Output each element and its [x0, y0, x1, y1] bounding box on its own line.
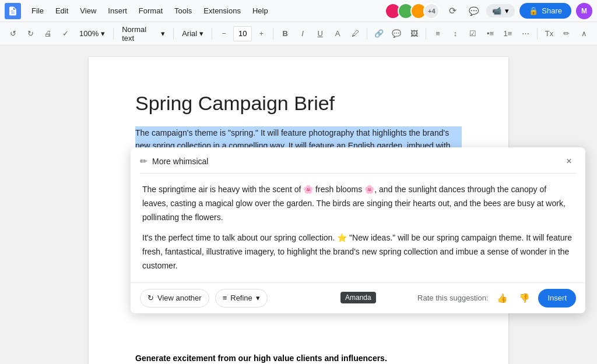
bullet-list-button[interactable]: •≡: [482, 26, 498, 42]
insert-button[interactable]: Insert: [538, 289, 576, 308]
zoom-dropdown[interactable]: 100% ▾: [75, 26, 110, 42]
history-button[interactable]: ⟳: [444, 3, 461, 19]
menu-help[interactable]: Help: [248, 4, 273, 17]
undo-button[interactable]: ↺: [5, 26, 21, 42]
comment-button[interactable]: 💬: [388, 26, 405, 42]
font-dropdown[interactable]: Arial ▾: [177, 26, 208, 42]
menu-extensions[interactable]: Extensions: [199, 4, 245, 17]
toolbar: ↺ ↻ 🖨 ✓ 100% ▾ Normal text ▾ Arial ▾ − +…: [0, 22, 597, 45]
font-chevron-icon: ▾: [199, 29, 203, 38]
collapse-toolbar-button[interactable]: ∧: [576, 26, 592, 42]
rate-label: Rate this suggestion:: [417, 294, 488, 302]
style-chevron-icon: ▾: [161, 29, 165, 38]
chat-button[interactable]: 💬: [465, 3, 482, 19]
clear-formatting-button[interactable]: Tx: [541, 26, 557, 42]
spellcheck-button[interactable]: ✓: [57, 26, 73, 42]
checklist-button[interactable]: ☑: [465, 26, 481, 42]
share-button[interactable]: 🔒 Share: [519, 3, 571, 19]
menu-tools[interactable]: Tools: [170, 4, 196, 17]
zoom-chevron-icon: ▾: [101, 29, 105, 38]
bottom-heading: Generate excitement from our high value …: [135, 354, 462, 363]
view-another-button[interactable]: ↻ View another: [140, 289, 209, 308]
font-size-input[interactable]: [233, 26, 252, 41]
video-call-button[interactable]: 📹 ▾: [486, 4, 515, 17]
suggestion-header: ✏ More whimsical ×: [131, 147, 585, 173]
image-button[interactable]: 🖼: [406, 26, 422, 42]
line-spacing-button[interactable]: ↕: [447, 26, 463, 42]
menu-edit[interactable]: Edit: [51, 4, 73, 17]
avatar-count: +4: [423, 3, 440, 19]
amanda-tooltip: Amanda: [340, 292, 376, 303]
suggestion-paragraph-2: It's the perfect time to talk about our …: [142, 231, 574, 273]
font-size-increase[interactable]: +: [253, 26, 269, 42]
menu-insert[interactable]: Insert: [103, 4, 132, 17]
text-color-button[interactable]: A: [329, 26, 346, 42]
document-area: Spring Campaign Brief The campaign's the…: [0, 45, 597, 364]
document-page: Spring Campaign Brief The campaign's the…: [89, 57, 508, 364]
docs-logo: [5, 3, 21, 19]
document-bottom: Generate excitement from our high value …: [135, 354, 462, 364]
refine-button[interactable]: ≡ Refine ▾: [215, 289, 268, 308]
font-size-decrease[interactable]: −: [216, 26, 232, 42]
text-style-dropdown[interactable]: Normal text ▾: [117, 26, 170, 42]
document-title: Spring Campaign Brief: [135, 92, 462, 115]
video-dropdown-icon: ▾: [505, 6, 509, 15]
numbered-list-button[interactable]: 1≡: [500, 26, 516, 42]
suggestion-panel: ✏ More whimsical × The springtime air is…: [131, 147, 585, 313]
menu-bar-right: +4 ⟳ 💬 📹 ▾ 🔒 Share M: [385, 3, 592, 19]
italic-button[interactable]: I: [294, 26, 311, 42]
redo-button[interactable]: ↻: [22, 26, 38, 42]
close-button[interactable]: ×: [562, 154, 576, 168]
print-button[interactable]: 🖨: [40, 26, 56, 42]
menu-bar: File Edit View Insert Format Tools Exten…: [0, 0, 597, 22]
suggestion-body: The springtime air is heavy with the sce…: [131, 174, 585, 282]
lock-icon: 🔒: [529, 6, 538, 15]
bold-button[interactable]: B: [277, 26, 293, 42]
link-button[interactable]: 🔗: [371, 26, 387, 42]
divider-2: [173, 28, 174, 40]
suggestion-title: More whimsical: [152, 157, 557, 166]
menu-format[interactable]: Format: [134, 4, 167, 17]
refine-chevron-icon: ▾: [256, 294, 260, 302]
menu-view[interactable]: View: [75, 4, 101, 17]
suggestion-paragraph-1: The springtime air is heavy with the sce…: [142, 183, 574, 224]
thumbs-down-button[interactable]: 👎: [516, 290, 532, 306]
user-avatar[interactable]: M: [576, 3, 592, 19]
more-button[interactable]: ⋯: [517, 26, 533, 42]
align-button[interactable]: ≡: [430, 26, 446, 42]
menu-bar-left: File Edit View Insert Format Tools Exten…: [5, 3, 384, 19]
refresh-icon: ↻: [148, 294, 154, 302]
divider-3: [212, 28, 212, 40]
divider-1: [113, 28, 114, 40]
avatar-group: +4: [385, 3, 440, 19]
divider-7: [537, 28, 538, 40]
thumbs-up-button[interactable]: 👍: [494, 290, 510, 306]
filter-icon: ≡: [223, 294, 227, 302]
highlight-button[interactable]: 🖊: [347, 26, 363, 42]
wand-icon: ✏: [140, 156, 148, 167]
divider-6: [426, 28, 426, 40]
video-icon: 📹: [492, 6, 501, 15]
underline-button[interactable]: U: [312, 26, 328, 42]
expand-button[interactable]: ✏: [559, 26, 575, 42]
divider-5: [367, 28, 367, 40]
divider-4: [273, 28, 273, 40]
menu-file[interactable]: File: [27, 4, 48, 17]
